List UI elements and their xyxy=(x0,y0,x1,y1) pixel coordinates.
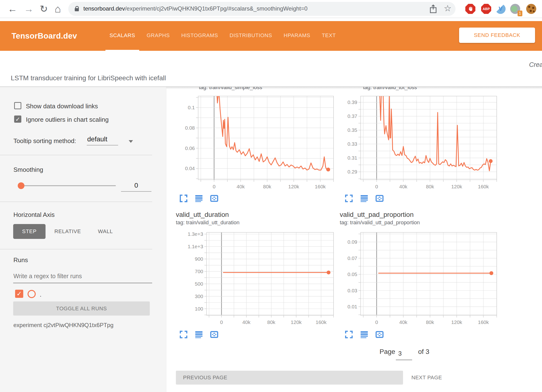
svg-text:0.37: 0.37 xyxy=(347,113,357,119)
data-table-icon[interactable] xyxy=(360,194,369,203)
fit-domain-icon[interactable] xyxy=(210,330,219,339)
send-feedback-button[interactable]: SEND FEEDBACK xyxy=(459,28,535,43)
adblock-plus-extension-icon[interactable]: ABP xyxy=(481,4,491,14)
url-path: /experiment/cj2vtPiwQHKN9Q1tx6PTpg/#scal… xyxy=(125,5,307,12)
scalar-chart-valid-utt-pad-proportion[interactable]: 0.010.030.050.070.09040k80k120k160k xyxy=(340,230,507,332)
svg-text:80k: 80k xyxy=(426,319,434,325)
forward-icon[interactable]: → xyxy=(24,3,34,14)
fullscreen-icon[interactable] xyxy=(345,330,353,339)
svg-text:700: 700 xyxy=(195,269,203,274)
svg-text:0.09: 0.09 xyxy=(347,239,357,245)
tab-scalars[interactable]: SCALARS xyxy=(105,21,139,51)
data-table-icon[interactable] xyxy=(360,330,369,339)
ignore-outliers-label: Ignore outliers in chart scaling xyxy=(26,116,109,123)
extension-badge: 1 xyxy=(518,11,522,16)
svg-text:0.1: 0.1 xyxy=(188,105,195,110)
v-label: V xyxy=(499,6,502,12)
previous-page-button[interactable]: PREVIOUS PAGE xyxy=(176,371,403,385)
chart-tag: tag: train/valid_utt_duration xyxy=(176,219,239,226)
scalar-chart-valid-simple-loss[interactable]: 0.040.060.080.1040k80k120k160k xyxy=(177,95,345,194)
next-page-button[interactable]: NEXT PAGE xyxy=(410,371,465,385)
runs-label: Runs xyxy=(13,256,28,264)
smoothing-value-input[interactable]: 0 xyxy=(121,182,151,192)
tensorboard-logo: TensorBoard.dev xyxy=(12,21,77,51)
svg-text:0.29: 0.29 xyxy=(347,169,357,174)
fit-domain-icon[interactable] xyxy=(375,194,384,203)
url-text[interactable]: tensorboard.dev/experiment/cj2vtPiwQHKN9… xyxy=(83,5,307,12)
home-icon[interactable]: ⌂ xyxy=(55,3,61,14)
ignore-outliers-checkbox[interactable]: ✓ xyxy=(14,115,21,123)
tab-text[interactable]: TEXT xyxy=(318,21,340,51)
smoothing-label: Smoothing xyxy=(13,166,43,173)
page-label: Page xyxy=(380,348,395,356)
fit-domain-icon[interactable] xyxy=(210,194,219,203)
tab-hparams[interactable]: HPARAMS xyxy=(280,21,314,51)
chevron-down-icon xyxy=(129,140,133,143)
svg-text:0.06: 0.06 xyxy=(185,145,195,151)
scalar-chart-valid-utt-duration[interactable]: 1003005007009001.1e+31.3e+3040k80k120k16… xyxy=(177,230,345,332)
run-checkbox[interactable]: ✓ xyxy=(15,290,23,298)
share-icon[interactable] xyxy=(429,4,438,14)
page-of-label: of 3 xyxy=(418,348,429,356)
fullscreen-icon[interactable] xyxy=(179,194,188,203)
tab-distributions[interactable]: DISTRIBUTIONS xyxy=(225,21,276,51)
smoothing-slider-handle[interactable] xyxy=(18,182,24,189)
toggle-all-runs-button[interactable]: TOGGLE ALL RUNS xyxy=(13,301,150,316)
svg-text:80k: 80k xyxy=(263,184,271,189)
sidebar-divider xyxy=(0,202,152,202)
fullscreen-icon[interactable] xyxy=(179,330,188,339)
settings-sidebar: Show data download links ✓ Ignore outlie… xyxy=(0,87,166,392)
smoothing-slider-track[interactable] xyxy=(19,185,116,186)
svg-text:0.03: 0.03 xyxy=(347,288,357,293)
fit-domain-icon[interactable] xyxy=(375,330,384,339)
experiment-title: LSTM transducer training for LibriSpeech… xyxy=(11,74,166,82)
svg-text:40k: 40k xyxy=(236,184,245,189)
clipped-chart-tag: tag: train/valid_simple_loss xyxy=(199,87,300,91)
svg-text:0.08: 0.08 xyxy=(185,125,195,131)
data-table-icon[interactable] xyxy=(195,330,203,339)
created-text-clipped: Crea xyxy=(529,61,542,69)
svg-text:0.33: 0.33 xyxy=(347,141,357,147)
svg-text:40k: 40k xyxy=(242,319,250,325)
show-download-links-checkbox[interactable] xyxy=(14,102,21,109)
page-number-input[interactable]: 3 xyxy=(396,350,412,360)
experiment-caption: experiment cj2vtPiwQHKN9Q1tx6PTpg xyxy=(13,322,114,329)
svg-text:0.04: 0.04 xyxy=(185,166,195,171)
v-extension-icon[interactable]: V xyxy=(496,4,506,14)
data-table-icon[interactable] xyxy=(195,194,203,203)
svg-text:120k: 120k xyxy=(451,319,462,325)
sidebar-divider xyxy=(0,155,152,155)
svg-text:120k: 120k xyxy=(451,184,462,189)
svg-text:0.31: 0.31 xyxy=(347,155,357,161)
svg-text:0: 0 xyxy=(220,319,223,325)
chart-title: valid_utt_duration xyxy=(176,211,229,219)
svg-text:160k: 160k xyxy=(316,319,327,325)
run-color-swatch[interactable] xyxy=(28,290,36,298)
bookmark-star-icon[interactable]: ☆ xyxy=(444,3,451,13)
fullscreen-icon[interactable] xyxy=(345,194,353,203)
run-filter-underline xyxy=(13,283,152,283)
run-name: . xyxy=(40,291,41,298)
axis-step-button[interactable]: STEP xyxy=(13,224,46,239)
page-top-gap xyxy=(0,18,542,21)
cookie-extension-icon[interactable] xyxy=(526,4,536,14)
tab-graphs[interactable]: GRAPHS xyxy=(143,21,174,51)
axis-wall-button[interactable]: WALL xyxy=(93,224,117,239)
svg-text:0.05: 0.05 xyxy=(347,271,357,277)
run-filter-input[interactable]: Write a regex to filter runs xyxy=(13,273,82,280)
back-icon[interactable]: ← xyxy=(8,3,17,14)
horizontal-axis-label: Horizontal Axis xyxy=(13,211,55,219)
tensorboard-header: TensorBoard.dev SCALARS GRAPHS HISTOGRAM… xyxy=(0,21,542,51)
clipped-chart-tag: tag: train/valid_tot_loss xyxy=(363,87,464,91)
blocker-hand-extension-icon[interactable] xyxy=(465,4,475,14)
scalar-chart-valid-tot-loss[interactable]: 0.290.310.330.350.370.39040k80k120k160k xyxy=(340,95,507,194)
svg-text:0.35: 0.35 xyxy=(347,127,357,133)
tooltip-sort-dropdown[interactable]: default xyxy=(87,135,118,145)
svg-text:40k: 40k xyxy=(399,319,407,325)
tab-histograms[interactable]: HISTOGRAMS xyxy=(177,21,222,51)
padlock-icon[interactable] xyxy=(75,8,79,11)
reload-icon[interactable]: ↻ xyxy=(40,3,48,14)
svg-text:1.1e+3: 1.1e+3 xyxy=(188,244,203,249)
axis-relative-button[interactable]: RELATIVE xyxy=(50,224,85,239)
svg-text:900: 900 xyxy=(195,256,203,262)
